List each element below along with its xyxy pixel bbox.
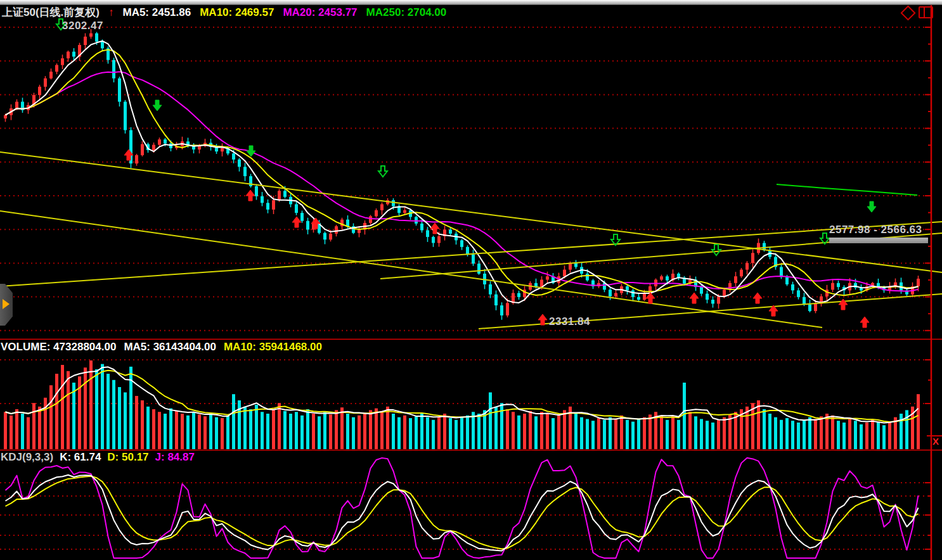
peak-price-label: 3202.47 bbox=[62, 20, 103, 32]
split-window-icon[interactable] bbox=[919, 6, 933, 18]
kdj-pane-header: KDJ(9,3,3)K: 61.74D: 50.17J: 84.87 bbox=[1, 451, 201, 464]
kdj-k-value: K: 61.74 bbox=[60, 451, 101, 463]
ma250-value: MA250: 2704.00 bbox=[366, 6, 447, 18]
range-price-label: 2577.98 - 2566.63 bbox=[829, 224, 922, 236]
split-divider-icon bbox=[924, 8, 925, 17]
ma10-value: MA10: 2469.57 bbox=[200, 6, 274, 18]
kdj-d-value: D: 50.17 bbox=[107, 451, 148, 463]
main-chart-header: 上证50(日线.前复权)↑MA5: 2451.86MA10: 2469.57MA… bbox=[2, 5, 455, 20]
expand-triangle-icon bbox=[3, 299, 10, 309]
stock-chart-window: 上证50(日线.前复权)↑MA5: 2451.86MA10: 2469.57MA… bbox=[0, 0, 942, 560]
kdj-j-value: J: 84.87 bbox=[155, 451, 195, 463]
ma5-value: MA5: 2451.86 bbox=[122, 6, 191, 18]
trough-price-label: 2331.84 bbox=[549, 315, 590, 328]
axis-corner-x[interactable]: X bbox=[932, 436, 939, 447]
up-arrow-icon: ↑ bbox=[108, 6, 114, 18]
price-chart-canvas[interactable] bbox=[0, 0, 942, 560]
ma20-value: MA20: 2453.77 bbox=[283, 6, 357, 18]
volume-pane-header: VOLUME: 47328804.00MA5: 36143404.00MA10:… bbox=[1, 341, 330, 353]
top-scrollbar[interactable] bbox=[0, 0, 942, 5]
symbol-title: 上证50(日线.前复权) bbox=[2, 6, 100, 18]
volume-ma5-value: MA5: 36143404.00 bbox=[124, 341, 216, 353]
kdj-indicator-name: KDJ(9,3,3) bbox=[1, 451, 53, 463]
volume-value: VOLUME: 47328804.00 bbox=[1, 341, 116, 353]
range-highlight-bar bbox=[829, 238, 928, 243]
volume-ma10-value: MA10: 35941468.00 bbox=[224, 341, 322, 353]
